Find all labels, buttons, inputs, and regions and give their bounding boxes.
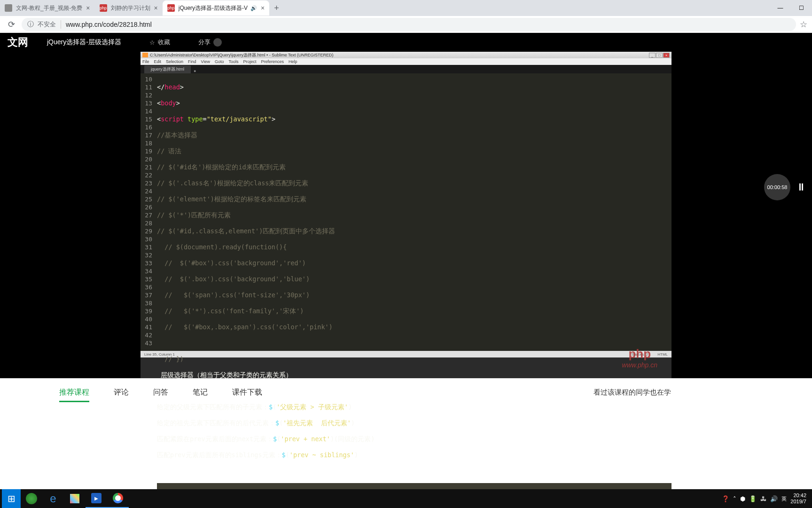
favorite-button[interactable]: ☆ 收藏 bbox=[149, 38, 170, 47]
maximize-button[interactable]: ☐ bbox=[791, 0, 812, 16]
line-numbers: 1011121314151617181920212223242526272829… bbox=[141, 75, 157, 349]
video-player[interactable]: C:\Users\Administrator\Desktop\VIP\jQuer… bbox=[0, 52, 812, 378]
star-icon: ☆ bbox=[149, 39, 155, 46]
browser-tab-strip: 文网-教程_手册_视频-免费 × php 刘静的学习计划 × php jQuer… bbox=[0, 0, 812, 16]
site-logo[interactable]: 文网 bbox=[8, 35, 28, 49]
audio-icon[interactable]: 🔊 bbox=[250, 5, 257, 11]
video-time: 00:00:58 bbox=[764, 174, 790, 200]
window-controls: — ☐ bbox=[770, 0, 812, 16]
close-icon[interactable]: × bbox=[154, 4, 158, 12]
video-controls: 00:00:58 ⏸ bbox=[764, 174, 806, 200]
tab-title: jQuery选择器-层级选择器-V bbox=[179, 4, 248, 12]
chevron-up-icon[interactable]: ˄ bbox=[733, 495, 736, 502]
taskbar-chrome[interactable] bbox=[107, 489, 129, 508]
tab-title: 文网-教程_手册_视频-免费 bbox=[16, 4, 82, 12]
help-icon[interactable]: ❓ bbox=[722, 495, 729, 502]
network-icon[interactable]: 🖧 bbox=[760, 495, 766, 502]
editor-menubar: File Edit Selection Find View Goto Tools… bbox=[141, 58, 671, 65]
browser-tab-3[interactable]: php jQuery选择器-层级选择器-V 🔊 × bbox=[163, 0, 270, 16]
new-tab-button[interactable]: + bbox=[269, 3, 284, 13]
minimize-icon: _ bbox=[649, 53, 656, 58]
tab-comments[interactable]: 评论 bbox=[102, 380, 141, 405]
maximize-icon: □ bbox=[656, 53, 663, 58]
site-header: 文网 jQuery选择器-层级选择器 ☆ 收藏 分享 bbox=[0, 33, 812, 52]
url-input[interactable]: ⓘ 不安全 www.php.cn/code/28218.html bbox=[22, 18, 796, 31]
taskbar-clock[interactable]: 20:42 2019/7 bbox=[790, 492, 806, 505]
taskbar-recorder[interactable]: ▶ bbox=[86, 489, 107, 508]
close-icon: × bbox=[663, 53, 670, 58]
bookmark-icon[interactable]: ☆ bbox=[800, 19, 807, 30]
code-content: </head> <body> <script type="text/javasc… bbox=[157, 75, 671, 349]
code-editor: 1011121314151617181920212223242526272829… bbox=[141, 73, 671, 351]
page-title: jQuery选择器-层级选择器 bbox=[47, 38, 121, 47]
security-badge: 不安全 bbox=[38, 20, 61, 29]
tab-favicon: php bbox=[167, 4, 175, 12]
taskbar-app-2[interactable] bbox=[64, 489, 86, 508]
app-icon bbox=[142, 53, 148, 57]
editor-tabs: jquery选择器.html ● bbox=[141, 65, 671, 73]
info-icon[interactable]: ⓘ bbox=[27, 20, 34, 29]
windows-taskbar: ⊞ e ▶ ❓ ˄ ⬢ 🔋 🖧 🔊 英 20:42 2019/7 bbox=[0, 489, 812, 508]
browser-tab-2[interactable]: php 刘静的学习计划 × bbox=[95, 0, 163, 16]
taskbar-ie[interactable]: e bbox=[42, 489, 64, 508]
tab-recommend[interactable]: 推荐课程 bbox=[47, 380, 102, 405]
system-tray: ❓ ˄ ⬢ 🔋 🖧 🔊 英 20:42 2019/7 bbox=[722, 492, 810, 505]
tab-qa[interactable]: 问答 bbox=[141, 380, 180, 405]
tab-title: 刘静的学习计划 bbox=[111, 4, 150, 12]
address-bar: ⟳ ⓘ 不安全 www.php.cn/code/28218.html ☆ bbox=[0, 16, 812, 33]
editor-titlebar: C:\Users\Administrator\Desktop\VIP\jQuer… bbox=[141, 52, 671, 58]
modified-indicator: ● bbox=[194, 69, 196, 73]
start-button[interactable]: ⊞ bbox=[2, 489, 21, 508]
tab-favicon: php bbox=[100, 4, 107, 12]
close-icon[interactable]: × bbox=[86, 4, 90, 12]
volume-icon[interactable]: 🔊 bbox=[770, 495, 778, 502]
editor-screenshot: C:\Users\Administrator\Desktop\VIP\jQuer… bbox=[141, 52, 671, 378]
taskbar-app-1[interactable] bbox=[21, 489, 42, 508]
pause-button[interactable]: ⏸ bbox=[796, 181, 806, 193]
share-icon bbox=[213, 38, 222, 47]
share-button[interactable]: 分享 bbox=[198, 38, 222, 47]
url-text: www.php.cn/code/28218.html bbox=[66, 21, 152, 28]
tray-icon[interactable]: ⬢ bbox=[740, 495, 745, 502]
close-icon[interactable]: × bbox=[261, 4, 265, 12]
tab-download[interactable]: 课件下载 bbox=[220, 380, 274, 405]
battery-icon[interactable]: 🔋 bbox=[749, 495, 757, 502]
minimize-button[interactable]: — bbox=[770, 0, 791, 16]
reload-button[interactable]: ⟳ bbox=[5, 18, 18, 31]
tab-favicon bbox=[5, 4, 12, 12]
video-watermark: php www.php.cn bbox=[622, 347, 657, 369]
tab-notes[interactable]: 笔记 bbox=[180, 380, 220, 405]
editor-file-tab: jquery选择器.html bbox=[144, 65, 191, 73]
browser-tab-1[interactable]: 文网-教程_手册_视频-免费 × bbox=[0, 0, 95, 16]
ime-indicator[interactable]: 英 bbox=[781, 495, 787, 502]
